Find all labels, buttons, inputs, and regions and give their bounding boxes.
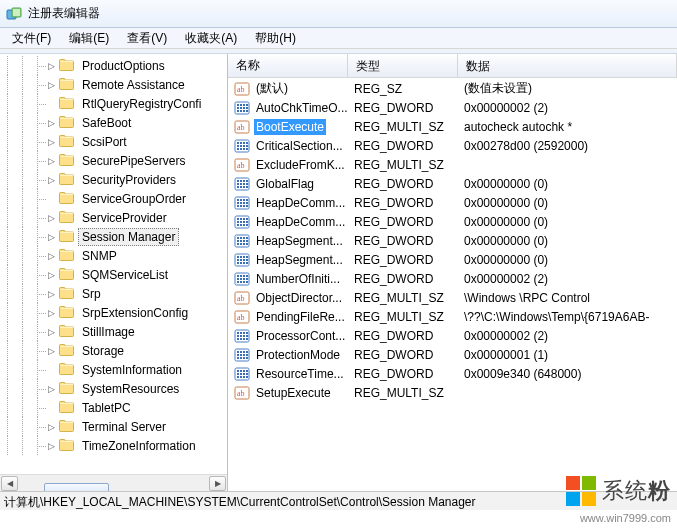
expand-icon[interactable]: ▷	[45, 251, 58, 261]
expand-icon[interactable]: ▷	[45, 137, 58, 147]
list-row[interactable]: ResourceTime...REG_DWORD0x0009e340 (6480…	[228, 364, 677, 383]
value-data: 0x00000002 (2)	[458, 272, 677, 286]
list-row[interactable]: HeapDeComm...REG_DWORD0x00000000 (0)	[228, 193, 677, 212]
tree-item[interactable]: ▷Storage	[0, 341, 227, 360]
expand-icon[interactable]: ▷	[45, 308, 58, 318]
tree-item[interactable]: ▷Session Manager	[0, 227, 227, 246]
tree-item-label: RtlQueryRegistryConfi	[78, 95, 205, 113]
value-type: REG_MULTI_SZ	[348, 291, 458, 305]
value-data: 0x00000001 (1)	[458, 348, 677, 362]
tree-item[interactable]: ▷Srp	[0, 284, 227, 303]
value-type: REG_DWORD	[348, 272, 458, 286]
tree-item-label: SecurityProviders	[78, 171, 180, 189]
folder-icon	[59, 208, 75, 227]
tree-item[interactable]: ▷ScsiPort	[0, 132, 227, 151]
expand-icon[interactable]: ▷	[45, 118, 58, 128]
value-name: HeapDeComm...	[254, 195, 347, 211]
tree-item[interactable]: ▷Terminal Server	[0, 417, 227, 436]
value-type: REG_MULTI_SZ	[348, 158, 458, 172]
col-header-name[interactable]: 名称	[228, 54, 348, 77]
tree-item[interactable]: SystemInformation	[0, 360, 227, 379]
menu-edit[interactable]: 编辑(E)	[61, 28, 117, 49]
expand-icon[interactable]: ▷	[45, 289, 58, 299]
tree-item[interactable]: TabletPC	[0, 398, 227, 417]
value-type: REG_MULTI_SZ	[348, 120, 458, 134]
expand-icon[interactable]: ▷	[45, 270, 58, 280]
menu-help[interactable]: 帮助(H)	[247, 28, 304, 49]
tree-item-label: SystemResources	[78, 380, 183, 398]
value-name: CriticalSection...	[254, 138, 345, 154]
list-row[interactable]: AutoChkTimeO...REG_DWORD0x00000002 (2)	[228, 98, 677, 117]
expand-icon[interactable]: ▷	[45, 80, 58, 90]
expand-icon[interactable]: ▷	[45, 61, 58, 71]
tree-item[interactable]: ▷ProductOptions	[0, 56, 227, 75]
tree-item[interactable]: ▷TimeZoneInformation	[0, 436, 227, 455]
list-row[interactable]: ObjectDirector...REG_MULTI_SZ\Windows \R…	[228, 288, 677, 307]
scroll-thumb[interactable]	[44, 483, 109, 491]
list-row[interactable]: ProcessorCont...REG_DWORD0x00000002 (2)	[228, 326, 677, 345]
expand-icon[interactable]: ▷	[45, 327, 58, 337]
tree-item-label: SrpExtensionConfig	[78, 304, 192, 322]
list-row[interactable]: HeapSegment...REG_DWORD0x00000000 (0)	[228, 231, 677, 250]
list-row[interactable]: HeapSegment...REG_DWORD0x00000000 (0)	[228, 250, 677, 269]
tree-item[interactable]: ServiceGroupOrder	[0, 189, 227, 208]
reg-binary-icon	[234, 347, 250, 363]
tree-item[interactable]: ▷SecurityProviders	[0, 170, 227, 189]
list-row[interactable]: CriticalSection...REG_DWORD0x00278d00 (2…	[228, 136, 677, 155]
reg-string-icon	[234, 290, 250, 306]
expand-icon[interactable]: ▷	[45, 175, 58, 185]
list-row[interactable]: BootExecuteREG_MULTI_SZautocheck autochk…	[228, 117, 677, 136]
tree-item[interactable]: ▷SystemResources	[0, 379, 227, 398]
tree-item-label: Srp	[78, 285, 105, 303]
expand-icon[interactable]: ▷	[45, 422, 58, 432]
list-panel: 名称 类型 数据 (默认)REG_SZ(数值未设置)AutoChkTimeO..…	[228, 54, 677, 491]
tree-item[interactable]: ▷SrpExtensionConfig	[0, 303, 227, 322]
expand-icon[interactable]: ▷	[45, 384, 58, 394]
menu-fav[interactable]: 收藏夹(A)	[177, 28, 245, 49]
folder-icon	[59, 132, 75, 151]
expand-icon[interactable]: ▷	[45, 213, 58, 223]
scroll-right-button[interactable]: ▶	[209, 476, 226, 491]
col-header-data[interactable]: 数据	[458, 54, 677, 77]
value-data: \Windows \RPC Control	[458, 291, 677, 305]
value-name: PendingFileRe...	[254, 309, 347, 325]
list-row[interactable]: ProtectionModeREG_DWORD0x00000001 (1)	[228, 345, 677, 364]
tree-item-label: ServiceGroupOrder	[78, 190, 190, 208]
list-row[interactable]: SetupExecuteREG_MULTI_SZ	[228, 383, 677, 402]
tree-item[interactable]: ▷SQMServiceList	[0, 265, 227, 284]
list-row[interactable]: ExcludeFromK...REG_MULTI_SZ	[228, 155, 677, 174]
expand-icon[interactable]: ▷	[45, 441, 58, 451]
value-data: 0x00000002 (2)	[458, 329, 677, 343]
list-row[interactable]: PendingFileRe...REG_MULTI_SZ\??\C:\Windo…	[228, 307, 677, 326]
tree-item[interactable]: ▷ServiceProvider	[0, 208, 227, 227]
tree-item-label: Terminal Server	[78, 418, 170, 436]
expand-icon[interactable]: ▷	[45, 156, 58, 166]
scroll-left-button[interactable]: ◀	[1, 476, 18, 491]
menu-file[interactable]: 文件(F)	[4, 28, 59, 49]
tree-item[interactable]: ▷SNMP	[0, 246, 227, 265]
menu-view[interactable]: 查看(V)	[119, 28, 175, 49]
list-row[interactable]: HeapDeComm...REG_DWORD0x00000000 (0)	[228, 212, 677, 231]
tree-item[interactable]: ▷SafeBoot	[0, 113, 227, 132]
reg-binary-icon	[234, 138, 250, 154]
tree-item[interactable]: ▷Remote Assistance	[0, 75, 227, 94]
tree-item-label: TabletPC	[78, 399, 135, 417]
reg-binary-icon	[234, 233, 250, 249]
value-data: 0x00000000 (0)	[458, 177, 677, 191]
list-row[interactable]: (默认)REG_SZ(数值未设置)	[228, 79, 677, 98]
status-path: 计算机\HKEY_LOCAL_MACHINE\SYSTEM\CurrentCon…	[4, 495, 476, 509]
tree-item-label: Session Manager	[78, 228, 179, 246]
value-data: autocheck autochk *	[458, 120, 677, 134]
expand-icon[interactable]: ▷	[45, 232, 58, 242]
tree-h-scrollbar[interactable]: ◀ ▶	[0, 474, 227, 491]
list-row[interactable]: NumberOfIniti...REG_DWORD0x00000002 (2)	[228, 269, 677, 288]
tree-item[interactable]: ▷StillImage	[0, 322, 227, 341]
value-type: REG_DWORD	[348, 367, 458, 381]
value-data: 0x00000000 (0)	[458, 234, 677, 248]
tree-item[interactable]: ▷SecurePipeServers	[0, 151, 227, 170]
col-header-type[interactable]: 类型	[348, 54, 458, 77]
tree-item[interactable]: RtlQueryRegistryConfi	[0, 94, 227, 113]
folder-icon	[59, 227, 75, 246]
expand-icon[interactable]: ▷	[45, 346, 58, 356]
list-row[interactable]: GlobalFlagREG_DWORD0x00000000 (0)	[228, 174, 677, 193]
